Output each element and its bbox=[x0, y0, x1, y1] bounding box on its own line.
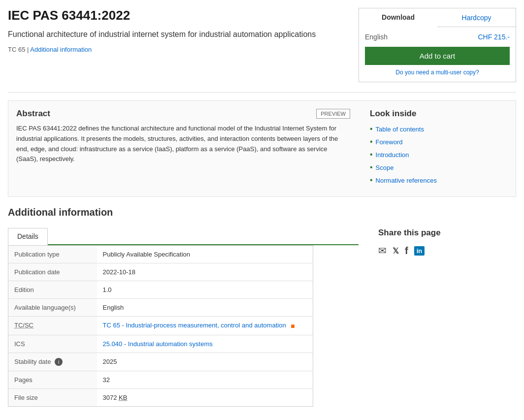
row-value: English bbox=[97, 299, 313, 317]
purchase-price[interactable]: CHF 215.- bbox=[478, 33, 510, 41]
look-inside-foreword[interactable]: Foreword bbox=[376, 138, 403, 146]
look-inside-area: Look inside Table of contents Foreword I… bbox=[370, 109, 508, 189]
rss-icon: ■ bbox=[291, 322, 295, 330]
row-label: TC/SC bbox=[8, 317, 97, 335]
look-inside-scope[interactable]: Scope bbox=[376, 164, 394, 171]
look-inside-toc[interactable]: Table of contents bbox=[376, 126, 424, 133]
row-label: Edition bbox=[8, 281, 97, 299]
row-label: Publication date bbox=[8, 263, 97, 281]
multi-user-link[interactable]: Do you need a multi-user copy? bbox=[365, 69, 510, 76]
look-inside-introduction[interactable]: Introduction bbox=[376, 151, 409, 159]
row-value: 3072 KB bbox=[97, 389, 313, 407]
table-row: Publication date 2022-10-18 bbox=[8, 263, 313, 281]
row-value: 32 bbox=[97, 371, 313, 389]
row-label: File size bbox=[8, 389, 97, 407]
doc-subtitle: Functional architecture of industrial in… bbox=[8, 29, 349, 40]
share-email-icon[interactable]: ✉ bbox=[378, 245, 387, 257]
table-row: Pages 32 bbox=[8, 371, 313, 389]
row-label: Pages bbox=[8, 371, 97, 389]
row-value: 1.0 bbox=[97, 281, 313, 299]
row-value: 2022-10-18 bbox=[97, 263, 313, 281]
row-label: Publication type bbox=[8, 246, 97, 263]
lower-section: Details Publication type Publicly Availa… bbox=[8, 228, 516, 407]
row-value: 25.040 - Industrial automation systems bbox=[97, 335, 313, 353]
tab-details[interactable]: Details bbox=[8, 228, 48, 245]
table-row: Available language(s) English bbox=[8, 299, 313, 317]
section-divider bbox=[8, 92, 516, 93]
add-to-cart-button[interactable]: Add to cart bbox=[365, 47, 510, 65]
abstract-text: IEC PAS 63441:2022 defines the functiona… bbox=[16, 124, 350, 164]
table-row: File size 3072 KB bbox=[8, 389, 313, 407]
share-linkedin-icon[interactable]: in bbox=[414, 246, 425, 256]
table-row: Publication type Publicly Available Spec… bbox=[8, 246, 313, 263]
row-label: Available language(s) bbox=[8, 299, 97, 317]
table-row: TC/SC TC 65 - Industrial-process measure… bbox=[8, 317, 313, 335]
purchase-box: Download Hardcopy English CHF 215.- Add … bbox=[359, 8, 516, 82]
table-row: Edition 1.0 bbox=[8, 281, 313, 299]
row-label: Stability date i bbox=[8, 353, 97, 371]
table-area: Details Publication type Publicly Availa… bbox=[8, 228, 359, 407]
share-icons: ✉ 𝕏 f in bbox=[378, 245, 516, 257]
purchase-tabs: Download Hardcopy bbox=[359, 8, 516, 27]
look-inside-list: Table of contents Foreword Introduction … bbox=[370, 125, 508, 185]
abstract-area: Abstract PREVIEW IEC PAS 63441:2022 defi… bbox=[16, 109, 350, 189]
table-row: ICS 25.040 - Industrial automation syste… bbox=[8, 335, 313, 353]
tab-download[interactable]: Download bbox=[359, 8, 437, 27]
additional-info-title: Additional information bbox=[8, 207, 516, 218]
ics-link[interactable]: 25.040 - Industrial automation systems bbox=[103, 340, 213, 348]
tab-hardcopy[interactable]: Hardcopy bbox=[437, 8, 516, 27]
row-label: ICS bbox=[8, 335, 97, 353]
row-value: Publicly Available Specification bbox=[97, 246, 313, 263]
share-facebook-icon[interactable]: f bbox=[405, 245, 408, 257]
doc-title: IEC PAS 63441:2022 bbox=[8, 8, 349, 23]
tc-link[interactable]: TC 65 - Industrial-process measurement, … bbox=[103, 322, 286, 329]
additional-info-section: Additional information Details Publicati… bbox=[8, 207, 516, 407]
abstract-title: Abstract bbox=[16, 109, 50, 119]
row-value: 2025 bbox=[97, 353, 313, 371]
abstract-section: Abstract PREVIEW IEC PAS 63441:2022 defi… bbox=[8, 100, 516, 197]
look-inside-title: Look inside bbox=[370, 109, 508, 119]
details-tabs: Details bbox=[8, 228, 359, 245]
share-twitter-icon[interactable]: 𝕏 bbox=[393, 246, 399, 256]
share-area: Share this page ✉ 𝕏 f in bbox=[378, 228, 516, 407]
details-table: Publication type Publicly Available Spec… bbox=[8, 245, 313, 407]
preview-button[interactable]: PREVIEW bbox=[316, 109, 350, 119]
row-value: TC 65 - Industrial-process measurement, … bbox=[97, 317, 313, 335]
doc-tc: TC 65 | Additional information bbox=[8, 46, 349, 53]
table-row: Stability date i 2025 bbox=[8, 353, 313, 371]
share-title: Share this page bbox=[378, 228, 516, 238]
stability-info-icon[interactable]: i bbox=[55, 358, 63, 366]
purchase-language: English bbox=[365, 33, 388, 41]
additional-info-link[interactable]: Additional information bbox=[30, 46, 92, 53]
look-inside-normative[interactable]: Normative references bbox=[376, 177, 437, 184]
